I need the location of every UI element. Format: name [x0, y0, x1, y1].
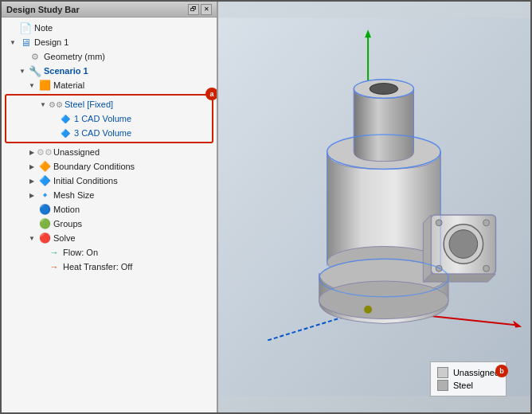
close-button[interactable]: ✕ [201, 4, 212, 15]
restore-button[interactable]: 🗗 [188, 4, 199, 15]
expand-ic-icon: ▶ [27, 176, 37, 186]
ic-label: Initial Conditions [53, 176, 118, 186]
cad1-icon: 🔷 [59, 112, 72, 125]
solve-icon: 🔴 [38, 232, 51, 244]
expand-unassigned-icon: ▶ [27, 147, 37, 157]
expand-scenario1-icon: ▼ [18, 66, 27, 76]
tree-item-cad1[interactable]: 🔷 1 CAD Volume [6, 111, 212, 126]
tree-item-flow[interactable]: → Flow: On [2, 245, 217, 260]
tree-item-groups[interactable]: 🟢 Groups [2, 217, 217, 231]
cad3-icon: 🔷 [59, 127, 72, 139]
tree-item-bc[interactable]: ▶ 🔶 Boundary Conditions [2, 159, 217, 174]
scenario1-label: Scenario 1 [44, 66, 88, 76]
tree-container[interactable]: 📄 Note ▼ 🖥 Design 1 ⚙ Geometry (mm) [2, 18, 217, 412]
tree-item-scenario1[interactable]: ▼ 🔧 Scenario 1 [2, 64, 217, 78]
solve-label: Solve [53, 233, 76, 243]
groups-label: Groups [53, 219, 82, 228]
expand-steel-icon: ▼ [38, 100, 48, 109]
mesh-icon: 🔹 [38, 189, 51, 201]
tree-item-design1[interactable]: ▼ 🖥 Design 1 [2, 35, 217, 49]
note-label: Note [34, 23, 53, 33]
tree-item-cad3[interactable]: 🔷 3 CAD Volume [6, 126, 212, 140]
tree-item-unassigned[interactable]: ▶ ⚙⚙ Unassigned [2, 145, 217, 159]
steel-icon: ⚙⚙ [49, 98, 62, 111]
tree-item-steel[interactable]: ▼ ⚙⚙ Steel [Fixed] [6, 97, 212, 111]
geometry-icon: ⚙ [29, 50, 41, 63]
left-panel: Design Study Bar 🗗 ✕ 📄 Note ▼ 🖥 [2, 2, 218, 412]
badge-b: b [495, 365, 508, 377]
svg-point-9 [370, 84, 398, 95]
svg-point-15 [436, 220, 442, 226]
right-panel[interactable]: b Unassigned Steel [218, 2, 530, 412]
geometry-label: Geometry (mm) [44, 52, 105, 61]
legend-item-unassigned: Unassigned [437, 367, 499, 378]
expand-bc-icon: ▶ [27, 162, 37, 171]
tree-item-heat[interactable]: → Heat Transfer: Off [2, 260, 217, 274]
tree-item-solve[interactable]: ▼ 🔴 Solve [2, 231, 217, 245]
steel-label: Steel [Fixed] [65, 100, 113, 109]
steel-highlight-box: a ▼ ⚙⚙ Steel [Fixed] 🔷 1 CAD Volume [5, 94, 213, 143]
tree-item-material[interactable]: ▼ 🟧 Material [2, 78, 217, 92]
unassigned-icon: ⚙⚙ [38, 146, 51, 158]
steel-swatch [437, 380, 448, 391]
expand-design1-icon: ▼ [8, 37, 18, 47]
groups-icon: 🟢 [38, 217, 51, 230]
tree-item-geometry[interactable]: ⚙ Geometry (mm) [2, 49, 217, 64]
mesh-label: Mesh Size [53, 190, 94, 200]
expand-material-icon: ▼ [27, 80, 37, 90]
unassigned-legend-label: Unassigned [453, 368, 499, 377]
flow-icon: → [48, 246, 61, 259]
tree-item-ic[interactable]: ▶ 🔷 Initial Conditions [2, 174, 217, 188]
cad1-label: 1 CAD Volume [74, 114, 131, 123]
legend-item-steel: Steel [437, 380, 499, 391]
content-area: Design Study Bar 🗗 ✕ 📄 Note ▼ 🖥 [2, 2, 530, 412]
unassigned-swatch [437, 367, 448, 378]
tree-item-motion[interactable]: 🔵 Motion [2, 202, 217, 217]
badge-a: a [205, 88, 217, 100]
tree-item-note[interactable]: 📄 Note [2, 21, 217, 35]
unassigned-label: Unassigned [53, 147, 100, 157]
note-icon: 📄 [19, 21, 32, 34]
panel-buttons: 🗗 ✕ [188, 4, 212, 15]
viewport-3d: b Unassigned Steel [218, 2, 530, 412]
legend: Unassigned Steel [430, 361, 507, 396]
3d-model-svg [218, 2, 530, 412]
main-window: Design Study Bar 🗗 ✕ 📄 Note ▼ 🖥 [0, 0, 532, 414]
bc-icon: 🔶 [38, 160, 51, 173]
steel-legend-label: Steel [453, 381, 473, 390]
bc-label: Boundary Conditions [53, 162, 135, 171]
tree-item-mesh[interactable]: ▶ 🔹 Mesh Size [2, 188, 217, 202]
heat-icon: → [48, 260, 61, 273]
material-icon: 🟧 [38, 79, 51, 92]
expand-mesh-icon: ▶ [27, 190, 37, 200]
design1-label: Design 1 [34, 37, 68, 47]
scenario-icon: 🔧 [29, 64, 41, 77]
svg-point-14 [449, 230, 478, 259]
motion-icon: 🔵 [38, 203, 51, 216]
svg-point-18 [483, 265, 490, 271]
panel-title: Design Study Bar [6, 5, 80, 14]
material-label: Material [53, 80, 84, 90]
motion-label: Motion [53, 205, 80, 214]
flow-label: Flow: On [63, 248, 98, 257]
svg-point-16 [483, 220, 490, 226]
expand-solve-icon: ▼ [27, 233, 37, 243]
cad3-label: 3 CAD Volume [74, 128, 131, 138]
svg-point-26 [364, 306, 372, 314]
design-icon: 🖥 [19, 36, 32, 49]
svg-point-11 [319, 281, 448, 319]
heat-label: Heat Transfer: Off [63, 262, 132, 271]
panel-header: Design Study Bar 🗗 ✕ [2, 2, 217, 18]
ic-icon: 🔷 [38, 174, 51, 187]
